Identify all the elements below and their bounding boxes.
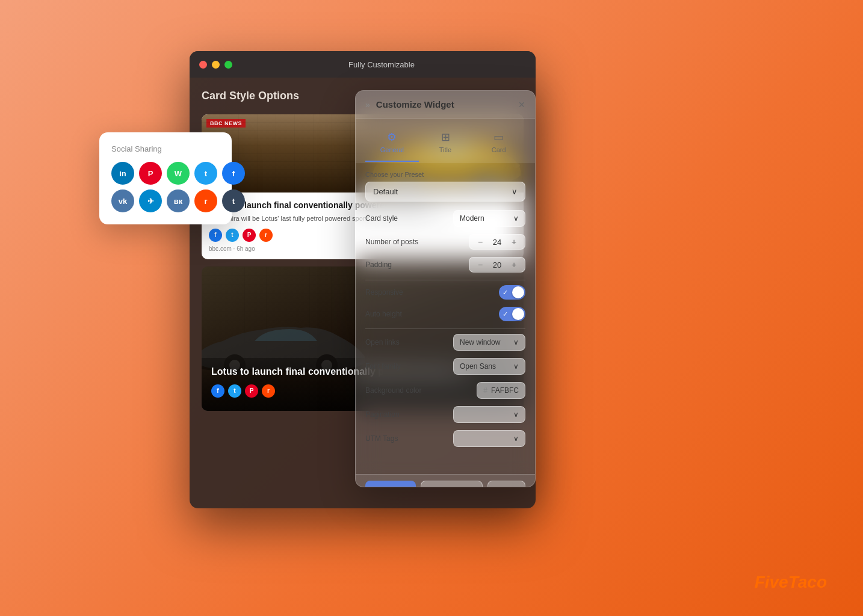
create-preset-button[interactable]: ⊕ Create Preset — [421, 481, 483, 487]
create-preset-label: Create Preset — [439, 486, 474, 487]
num-posts-row: Number of posts − 24 + — [365, 234, 525, 250]
card2-twitter-icon[interactable]: t — [228, 384, 241, 398]
minimize-dot[interactable] — [212, 61, 220, 69]
widget-footer: 💾 Save ⊕ Create Preset Reset — [356, 474, 535, 487]
preset-value: Default — [373, 187, 398, 196]
widget-title: Customize Widget — [376, 99, 512, 109]
auto-height-label: Auto height — [365, 310, 402, 318]
card-style-label: Card style — [365, 214, 398, 223]
card-pinterest-icon[interactable]: P — [243, 229, 256, 242]
auto-height-row: Auto height ✓ — [365, 307, 525, 321]
card-style-dropdown[interactable]: Modern ∨ — [453, 210, 525, 227]
bg-color-value: FAFBFC — [491, 386, 519, 395]
card2-reddit-icon[interactable]: r — [262, 384, 275, 398]
card-facebook-icon[interactable]: f — [209, 229, 222, 242]
pagination-dropdown[interactable]: ∨ — [453, 406, 525, 423]
preset-label: Choose your Preset — [365, 171, 525, 178]
divider-2 — [365, 328, 525, 329]
divider-1 — [365, 280, 525, 280]
utm-tags-chevron: ∨ — [513, 434, 519, 443]
open-links-dropdown[interactable]: New window ∨ — [453, 334, 525, 351]
bg-color-row: Background color # FAFBFC — [365, 382, 525, 399]
tumblr-icon[interactable]: t — [222, 189, 245, 212]
general-tab-label: General — [380, 146, 404, 153]
bg-color-input[interactable]: # FAFBFC — [477, 382, 525, 399]
responsive-label: Responsive — [365, 288, 403, 297]
linkedin-icon[interactable]: in — [111, 162, 134, 185]
card2-facebook-icon[interactable]: f — [211, 384, 224, 398]
pagination-label: Pagination — [365, 410, 400, 419]
font-family-label: Font family — [365, 362, 401, 371]
reset-button[interactable]: Reset — [487, 481, 525, 487]
panel-expand-icon[interactable]: » — [365, 100, 370, 109]
font-family-chevron: ∨ — [513, 362, 519, 371]
widget-panel: » Customize Widget ✕ ⚙ General ⊞ Title ▭… — [355, 90, 536, 487]
font-family-value: Open Sans — [460, 362, 496, 371]
num-posts-value: 24 — [490, 238, 504, 247]
pagination-chevron: ∨ — [513, 410, 519, 419]
close-dot[interactable] — [199, 61, 207, 69]
card-tab-label: Card — [492, 146, 506, 153]
twitter-icon[interactable]: t — [194, 162, 217, 185]
color-hash: # — [483, 386, 487, 395]
facebook-icon[interactable]: f — [222, 162, 245, 185]
card-style-row: Card style Modern ∨ — [365, 210, 525, 227]
open-links-chevron: ∨ — [513, 338, 519, 346]
card2-pinterest-icon[interactable]: P — [245, 384, 258, 398]
utm-tags-row: UTM Tags ∨ — [365, 430, 525, 447]
title-tab-icon: ⊞ — [441, 131, 450, 144]
card-reddit-icon[interactable]: r — [259, 229, 273, 242]
save-button[interactable]: 💾 Save — [365, 481, 416, 487]
preset-dropdown[interactable]: Default ∨ — [365, 182, 525, 202]
font-family-dropdown[interactable]: Open Sans ∨ — [453, 358, 525, 375]
utm-tags-dropdown[interactable]: ∨ — [453, 430, 525, 447]
card-tab-icon: ▭ — [493, 131, 504, 144]
padding-value: 20 — [490, 260, 504, 270]
close-icon[interactable]: ✕ — [518, 100, 525, 109]
maximize-dot[interactable] — [224, 61, 232, 69]
padding-row: Padding − 20 + — [365, 257, 525, 273]
telegram-icon[interactable]: ✈ — [139, 189, 162, 212]
pagination-row: Pagination ∨ — [365, 406, 525, 423]
whatsapp-icon[interactable]: W — [167, 162, 190, 185]
general-tab-icon: ⚙ — [387, 131, 397, 144]
num-posts-decrement[interactable]: − — [475, 237, 485, 247]
utm-tags-label: UTM Tags — [365, 434, 398, 443]
tab-card[interactable]: ▭ Card — [472, 126, 525, 162]
card-twitter-icon[interactable]: t — [226, 229, 239, 242]
auto-height-toggle-check: ✓ — [503, 310, 508, 318]
title-tab-label: Title — [439, 146, 451, 153]
social-sharing-title: Social Sharing — [111, 144, 220, 153]
window-title: Fully Customizable — [237, 60, 526, 69]
tab-general[interactable]: ⚙ General — [365, 126, 419, 162]
vk-icon[interactable]: vk — [111, 189, 134, 212]
font-family-row: Font family Open Sans ∨ — [365, 358, 525, 375]
num-posts-increment[interactable]: + — [509, 237, 519, 247]
responsive-toggle[interactable]: ✓ — [499, 285, 525, 300]
brand-name: FiveTaco — [755, 573, 827, 591]
padding-increment[interactable]: + — [509, 260, 519, 270]
bg-color-label: Background color — [365, 386, 421, 395]
open-links-row: Open links New window ∨ — [365, 334, 525, 351]
reddit-icon[interactable]: r — [194, 189, 217, 212]
tab-title[interactable]: ⊞ Title — [419, 126, 472, 162]
preset-chevron-icon: ∨ — [512, 187, 518, 196]
widget-tabs: ⚙ General ⊞ Title ▭ Card — [356, 119, 535, 162]
responsive-row: Responsive ✓ — [365, 285, 525, 300]
mac-titlebar: Fully Customizable — [190, 51, 536, 78]
num-posts-label: Number of posts — [365, 238, 418, 246]
card-style-value: Modern — [460, 214, 484, 223]
widget-header: » Customize Widget ✕ — [356, 91, 535, 119]
open-links-label: Open links — [365, 338, 400, 346]
responsive-toggle-check: ✓ — [503, 289, 508, 297]
fivetaco-brand: FiveTaco — [755, 573, 827, 592]
auto-height-toggle[interactable]: ✓ — [499, 307, 525, 321]
padding-decrement[interactable]: − — [475, 260, 485, 270]
open-links-value: New window — [460, 338, 500, 346]
social-icons-grid: in P W t f vk ✈ вк r t — [111, 162, 220, 212]
vk2-icon[interactable]: вк — [167, 189, 190, 212]
padding-stepper: − 20 + — [469, 257, 525, 273]
num-posts-stepper: − 24 + — [469, 234, 525, 250]
widget-body: Choose your Preset Default ∨ Card style … — [356, 162, 535, 474]
pinterest-icon[interactable]: P — [139, 162, 162, 185]
